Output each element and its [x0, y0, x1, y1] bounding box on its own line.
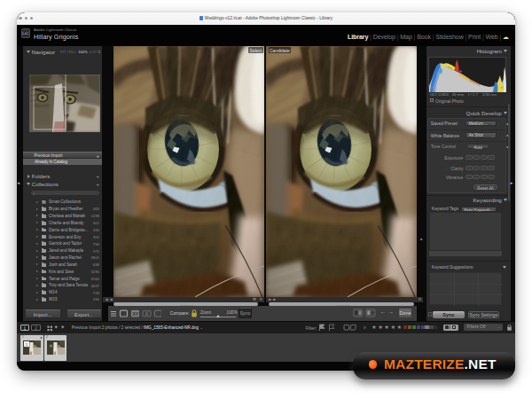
svg-text:XY: XY [132, 311, 139, 317]
